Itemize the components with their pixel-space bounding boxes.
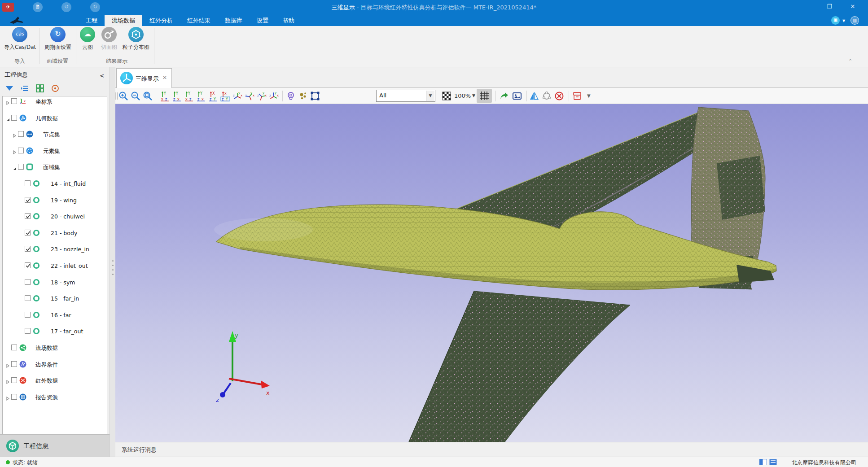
expander-collapsed-icon[interactable] xyxy=(6,395,10,399)
panel-blue-icon[interactable] xyxy=(759,459,767,465)
expander-expanded-icon[interactable] xyxy=(6,116,10,120)
menu-item-2[interactable]: 红外分析 xyxy=(142,15,180,26)
tree-checkbox[interactable] xyxy=(11,377,17,383)
view-top-icon[interactable]: XzY xyxy=(208,91,219,101)
view-iso-1-icon[interactable]: yxz xyxy=(232,91,243,101)
tree-row[interactable]: 18 - sym xyxy=(3,278,107,286)
checkerboard-icon[interactable] xyxy=(442,91,452,101)
menu-item-3[interactable]: 红外结果 xyxy=(180,15,218,26)
tree-checkbox[interactable] xyxy=(11,345,17,350)
tree-row[interactable]: 22 - inlet_out xyxy=(3,262,107,270)
particle-plot-button[interactable]: 粒子分布图 xyxy=(121,27,151,51)
tree-row[interactable]: 20 - chuiwei xyxy=(3,212,107,220)
particles-icon[interactable] xyxy=(298,91,308,101)
menu-item-6[interactable]: 帮助 xyxy=(276,15,302,26)
tree-checkbox[interactable] xyxy=(11,115,17,121)
zoom-caret-icon[interactable]: ▼ xyxy=(472,93,475,98)
periodic-face-button[interactable]: ↻ 周期面设置 xyxy=(43,27,73,51)
tree-row[interactable]: YZX坐标系 xyxy=(3,97,107,105)
tree-checkbox[interactable] xyxy=(25,328,31,334)
view-front-icon[interactable]: Yxz xyxy=(159,91,171,101)
tree-row[interactable]: 23 - nozzle_in xyxy=(3,245,107,253)
filter-icon[interactable] xyxy=(5,84,13,92)
view-bottom-icon[interactable]: xzY xyxy=(220,91,231,101)
contour-plot-button[interactable]: ☁ 云图 xyxy=(79,27,96,51)
grid-toggle-icon[interactable] xyxy=(477,89,492,103)
dropdown-caret-icon[interactable]: ▼ xyxy=(842,19,845,23)
tree-row[interactable]: 边界条件 xyxy=(3,360,107,368)
list-icon[interactable] xyxy=(21,84,29,92)
tree-row[interactable]: 元素集 xyxy=(3,147,107,155)
expander-collapsed-icon[interactable] xyxy=(13,132,17,136)
tree-checkbox[interactable] xyxy=(18,131,24,137)
expander-collapsed-icon[interactable] xyxy=(6,100,10,104)
tree-row[interactable]: 17 - far_out xyxy=(3,327,107,335)
panel-collapse-icon[interactable]: < xyxy=(100,73,104,79)
tree-row[interactable]: 面域集 xyxy=(3,163,107,171)
tree-checkbox[interactable] xyxy=(18,164,24,170)
tree-row[interactable]: 红外数据 xyxy=(3,376,107,384)
tree-checkbox-checked[interactable] xyxy=(25,197,31,203)
expander-collapsed-icon[interactable] xyxy=(13,149,17,153)
toolbar-more-caret-icon[interactable]: ▼ xyxy=(587,93,591,98)
tree-checkbox[interactable] xyxy=(25,279,31,285)
tree-checkbox[interactable] xyxy=(18,148,24,153)
minimize-icon[interactable]: — xyxy=(796,0,816,13)
panel-splitter[interactable] xyxy=(110,67,115,457)
tree-row[interactable]: 几何数据 xyxy=(3,114,107,122)
view-iso-2-icon[interactable]: yxz xyxy=(244,91,255,101)
zoom-level-value[interactable]: 100% xyxy=(454,92,471,99)
tree-row[interactable]: 节点集 xyxy=(3,130,107,138)
view-left-icon[interactable]: Yxz xyxy=(184,91,195,101)
zoom-out-icon[interactable] xyxy=(131,91,140,101)
zoom-in-icon[interactable] xyxy=(118,91,128,101)
target-icon[interactable] xyxy=(51,84,59,92)
panel-split-icon[interactable] xyxy=(769,459,777,465)
lamp-icon[interactable] xyxy=(286,91,296,101)
import-cas-dat-button[interactable]: cas 导入Cas/Dat xyxy=(4,27,35,51)
tree-checkbox[interactable] xyxy=(11,394,17,400)
ribbon-collapse-icon[interactable]: ⌃ xyxy=(848,58,852,64)
tab-3d-view[interactable]: 三维显示 ✕ xyxy=(116,68,172,88)
tree-row[interactable]: 16 - far xyxy=(3,311,107,319)
tree-checkbox-checked[interactable] xyxy=(25,246,31,252)
tree-checkbox[interactable] xyxy=(25,295,31,301)
display-filter-select[interactable]: All ▼ xyxy=(376,90,435,102)
view-iso-4-icon[interactable]: yxz xyxy=(268,91,280,101)
manual-icon[interactable]: ▥ xyxy=(850,16,859,25)
close-icon[interactable]: ✕ xyxy=(843,0,863,13)
tree-checkbox-checked[interactable] xyxy=(25,262,31,268)
snapshot-icon[interactable] xyxy=(512,91,522,101)
tree-checkbox[interactable] xyxy=(25,312,31,318)
archive-box-icon[interactable] xyxy=(572,91,582,101)
expander-collapsed-icon[interactable] xyxy=(6,362,10,367)
combo-dropdown-icon[interactable]: ▼ xyxy=(426,91,434,101)
tree-checkbox[interactable] xyxy=(11,98,17,104)
tree-row[interactable]: 21 - body xyxy=(3,229,107,237)
export-arrow-icon[interactable] xyxy=(499,91,509,101)
view-right-icon[interactable]: Yzx xyxy=(196,91,207,101)
mirror-icon[interactable] xyxy=(529,91,539,101)
menu-item-4[interactable]: 数据库 xyxy=(218,15,250,26)
view-back-icon[interactable]: Yzx xyxy=(171,91,183,101)
tree-checkbox[interactable] xyxy=(25,180,31,186)
panel-bottom-tab[interactable]: 工程信息 xyxy=(0,434,110,457)
tree-row[interactable]: 19 - wing xyxy=(3,196,107,204)
viewport-3d[interactable]: y x z xyxy=(115,104,868,442)
menu-item-1[interactable]: 流场数据 xyxy=(105,15,142,26)
theme-icon[interactable]: ▣ xyxy=(831,16,840,25)
box-select-icon[interactable] xyxy=(310,91,320,101)
tree-checkbox-checked[interactable] xyxy=(25,213,31,219)
tree-checkbox-checked[interactable] xyxy=(25,230,31,236)
menu-item-5[interactable]: 设置 xyxy=(250,15,276,26)
expander-expanded-icon[interactable] xyxy=(13,165,17,169)
zoom-fit-icon[interactable] xyxy=(143,91,153,101)
delete-icon[interactable] xyxy=(554,91,564,101)
tree-row[interactable]: 14 - int_fluid xyxy=(3,179,107,188)
tree-row[interactable]: 报告资源 xyxy=(3,393,107,401)
tree-row[interactable]: 15 - far_in xyxy=(3,294,107,302)
view-iso-3-icon[interactable]: yxz xyxy=(256,91,267,101)
expander-collapsed-icon[interactable] xyxy=(6,379,10,383)
node-circle-icon[interactable] xyxy=(542,91,552,101)
maximize-icon[interactable]: ❐ xyxy=(820,0,839,13)
